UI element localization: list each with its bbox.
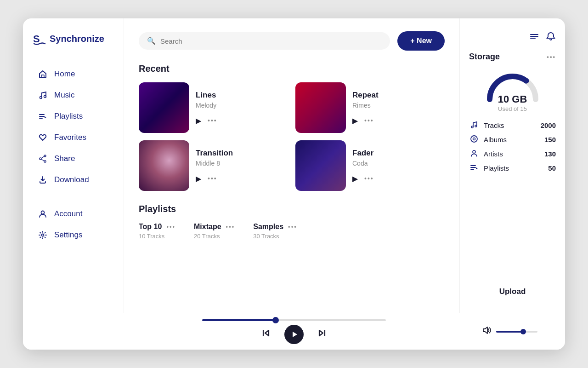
track-info-transition: Transition Middle 8 ▶ •••	[196, 149, 288, 183]
sidebar-item-share[interactable]: Share	[32, 149, 114, 168]
nav-items: Home Music	[32, 64, 114, 300]
sidebar-item-label: Music	[54, 91, 74, 100]
playlist-track-count: 20 Tracks	[194, 233, 235, 240]
track-info-fader: Fader Coda ▶ •••	[352, 149, 445, 183]
player-bar	[23, 313, 565, 350]
stat-label-albums: Albums	[484, 136, 540, 144]
sidebar-item-playlists[interactable]: Playlists	[32, 107, 114, 126]
more-track-transition[interactable]: •••	[208, 175, 217, 182]
sidebar-item-download[interactable]: Download	[32, 170, 114, 190]
more-track-lines[interactable]: •••	[208, 117, 217, 124]
stat-count-artists: 130	[544, 150, 556, 158]
sidebar-item-label: Playlists	[54, 112, 83, 121]
track-controls: ▶ •••	[196, 174, 288, 183]
stat-row-albums: Albums 150	[469, 135, 556, 144]
logo-icon: S	[32, 31, 47, 46]
volume-thumb[interactable]	[520, 329, 526, 334]
more-track-fader[interactable]: •••	[364, 175, 374, 182]
search-input[interactable]	[160, 37, 382, 45]
upload-button[interactable]: Upload	[469, 283, 556, 300]
track-info-lines: Lines Melody ▶ •••	[196, 91, 288, 125]
recent-title: Recent	[139, 63, 445, 74]
volume-track[interactable]	[496, 331, 537, 333]
stat-label-playlists: Playlists	[484, 164, 543, 172]
svg-point-2	[40, 97, 42, 99]
track-sub: Middle 8	[196, 160, 288, 167]
svg-point-17	[471, 126, 473, 128]
track-controls: ▶ •••	[352, 174, 445, 183]
sidebar-item-music[interactable]: Music	[32, 86, 114, 105]
app-body: S Synchronize Home	[23, 18, 565, 313]
stat-row-artists: Artists 130	[469, 149, 556, 159]
new-button[interactable]: + New	[397, 31, 445, 51]
track-art-fader	[295, 140, 346, 191]
sidebar-item-settings[interactable]: Settings	[32, 225, 114, 245]
track-sub: Coda	[352, 160, 445, 167]
nav-divider	[32, 191, 114, 202]
music-icon	[38, 90, 48, 100]
next-button[interactable]	[317, 328, 328, 341]
sidebar-item-home[interactable]: Home	[32, 64, 114, 84]
stats-list: Tracks 2000 Albums 150	[469, 121, 556, 173]
stat-row-tracks: Tracks 2000	[469, 121, 556, 130]
prev-button[interactable]	[260, 328, 271, 341]
playlist-more-samples[interactable]: •••	[288, 224, 297, 230]
search-box[interactable]: 🔍	[139, 32, 390, 50]
svg-point-21	[473, 150, 475, 153]
top-bar: 🔍 + New	[139, 31, 445, 51]
stat-row-playlists: Playlists 50	[469, 163, 556, 173]
share-icon	[38, 154, 48, 164]
track-card-lines: Lines Melody ▶ •••	[139, 82, 288, 133]
playlist-item-samples: Samples ••• 30 Tracks	[253, 223, 297, 240]
track-art-lines	[139, 82, 189, 133]
playlist-more-top10[interactable]: •••	[166, 224, 175, 230]
playlist-header: Top 10 •••	[139, 223, 175, 231]
svg-point-20	[473, 138, 475, 140]
artists-icon	[469, 149, 479, 159]
progress-track	[202, 319, 386, 321]
volume-area	[481, 325, 537, 338]
play-track-lines[interactable]: ▶	[196, 116, 201, 125]
recent-grid: Lines Melody ▶ ••• Repeat Rimes	[139, 82, 445, 191]
sidebar-item-account[interactable]: Account	[32, 204, 114, 224]
playlists-row: Top 10 ••• 10 Tracks Mixtape ••• 20 Trac…	[139, 223, 445, 240]
stat-count-tracks: 2000	[541, 121, 556, 129]
stat-count-playlists: 50	[548, 164, 556, 172]
track-art-repeat	[295, 82, 346, 133]
play-pause-button[interactable]	[284, 325, 304, 344]
svg-point-8	[40, 158, 41, 160]
sidebar-item-label: Home	[54, 69, 75, 79]
progress-thumb[interactable]	[272, 317, 279, 323]
track-card-transition: Transition Middle 8 ▶ •••	[139, 140, 288, 191]
home-icon	[38, 69, 48, 79]
svg-point-13	[42, 234, 44, 236]
svg-point-7	[44, 155, 46, 157]
main-content: 🔍 + New Recent Lines Melody ▶ •••	[124, 18, 459, 313]
player-progress[interactable]	[202, 319, 386, 321]
sidebar-item-label: Favorites	[54, 133, 86, 142]
playlist-more-mixtape[interactable]: •••	[226, 224, 235, 230]
playlists-stat-icon	[469, 163, 479, 173]
menu-icon-btn[interactable]	[529, 31, 539, 44]
sidebar-item-label: Download	[54, 175, 89, 184]
svg-line-11	[41, 159, 44, 161]
sidebar-item-favorites[interactable]: Favorites	[32, 128, 114, 147]
storage-more-btn[interactable]: •••	[547, 53, 556, 60]
storage-label: 10 GB Used of 15	[498, 93, 527, 112]
play-track-repeat[interactable]: ▶	[352, 116, 358, 125]
play-track-fader[interactable]: ▶	[352, 174, 358, 183]
track-controls: ▶ •••	[352, 116, 445, 125]
more-track-repeat[interactable]: •••	[364, 117, 374, 124]
play-track-transition[interactable]: ▶	[196, 174, 201, 183]
storage-used-label: Used of 15	[498, 105, 527, 112]
svg-point-12	[41, 211, 45, 214]
svg-point-9	[44, 161, 46, 162]
notification-icon-btn[interactable]	[546, 31, 556, 44]
volume-fill	[496, 331, 523, 333]
right-panel: Storage ••• 10 GB Used of 15	[459, 18, 565, 313]
favorites-icon	[38, 132, 48, 143]
sidebar: S Synchronize Home	[23, 18, 124, 313]
playlist-item-mixtape: Mixtape ••• 20 Tracks	[194, 223, 235, 240]
svg-point-3	[44, 96, 46, 98]
logo: S Synchronize	[32, 31, 114, 46]
